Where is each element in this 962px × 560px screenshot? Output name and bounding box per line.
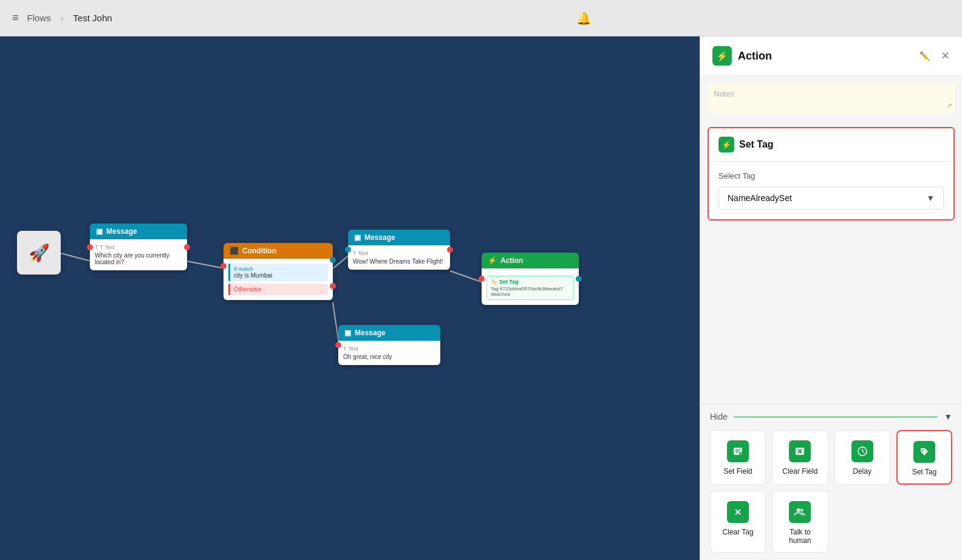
hide-header: Hide ▼ — [710, 412, 952, 422]
set-tag-card-title: Set Tag — [739, 139, 774, 150]
clear-tag-button[interactable]: Clear Tag — [710, 491, 766, 553]
connector-dot-right — [447, 247, 453, 253]
message-icon-2: ▣ — [354, 233, 361, 242]
msg2-text: Wow! Where Dreams Take Flight! — [353, 258, 445, 265]
message-node-3-header: Message — [355, 329, 386, 337]
hide-section: Hide ▼ Set Field Clear Field — [700, 404, 962, 560]
set-tag-card: ⚡ Set Tag Select Tag NameAlreadySet ▼ — [708, 127, 955, 220]
talk-to-human-icon — [789, 501, 811, 523]
set-tag-item-icon: 🏷️ — [491, 279, 497, 285]
connector-dot-left — [335, 342, 341, 348]
condition-node[interactable]: ⬛ Condition If match city is Mumbai Othe… — [223, 243, 333, 300]
right-panel: ⚡ Action ✏️ ✕ Notes ↗ ⚡ Set Tag Select T… — [700, 36, 962, 560]
svg-point-17 — [922, 449, 923, 451]
connector-dot-left — [220, 263, 227, 269]
connector-dot-right-if — [330, 257, 336, 263]
hide-label: Hide — [710, 412, 728, 422]
selected-tag-value: NameAlreadySet — [728, 193, 792, 203]
set-tag-item: 🏷️ Set Tag Tag 6723d4ba5570acfb38aeabd7A… — [486, 276, 574, 300]
message-node-2[interactable]: ▣ Message T Text Wow! Where Dreams Take … — [348, 230, 450, 270]
message-node-1[interactable]: ▣ Message T T Text Which city are you cu… — [90, 224, 187, 270]
flow-canvas[interactable]: 🚀 ▣ Message T T Text Which city are you … — [0, 36, 700, 560]
set-tag-card-body: Select Tag NameAlreadySet ▼ — [709, 162, 953, 219]
message-icon-3: ▣ — [344, 329, 351, 337]
set-tag-label: Set Tag — [912, 468, 936, 476]
hide-chevron-icon: ▼ — [944, 412, 952, 422]
topbar: ≡ Flows › Test John 🔔 — [0, 0, 962, 36]
set-tag-icon — [913, 441, 935, 463]
clear-tag-label: Clear Tag — [723, 528, 754, 536]
breadcrumb-chevron: › — [61, 13, 64, 23]
svg-line-0 — [61, 253, 91, 261]
actions-grid-row1: Set Field Clear Field Delay — [710, 430, 952, 485]
select-tag-label: Select Tag — [718, 171, 944, 180]
connector-dot-right-otherwise — [330, 283, 336, 289]
connector-dot-left — [479, 276, 485, 282]
hide-divider — [734, 417, 938, 417]
msg1-label: T Text — [100, 244, 115, 250]
delay-button[interactable]: Delay — [834, 430, 890, 485]
clear-tag-icon — [727, 501, 749, 523]
select-tag-dropdown[interactable]: NameAlreadySet ▼ — [718, 186, 944, 210]
page-title: Test John — [73, 13, 112, 23]
message-node-2-header: Message — [364, 233, 395, 242]
set-tag-card-header: ⚡ Set Tag — [709, 128, 953, 162]
action-node[interactable]: ⚡ Action 🏷️ Set Tag Tag 6723d4ba5570acfb… — [482, 253, 579, 305]
panel-header-icon: ⚡ — [712, 46, 732, 66]
if-match-label: If match — [234, 266, 324, 272]
edit-icon[interactable]: ✏️ — [919, 51, 930, 61]
set-tag-lightning-icon: ⚡ — [722, 140, 731, 149]
condition-toggle-icon: ⬛ — [230, 247, 239, 255]
set-tag-button[interactable]: Set Tag — [896, 430, 952, 485]
set-field-label: Set Field — [723, 467, 752, 476]
flows-link[interactable]: Flows — [27, 13, 51, 23]
set-tag-item-label: Set Tag — [499, 279, 519, 285]
dropdown-chevron-icon: ▼ — [926, 193, 935, 203]
svg-line-4 — [450, 271, 483, 282]
svg-line-1 — [187, 261, 225, 268]
main-layout: 🚀 ▣ Message T T Text Which city are you … — [0, 36, 962, 560]
action-icon: ⚡ — [488, 256, 497, 265]
start-node[interactable]: 🚀 — [17, 231, 61, 275]
delay-icon — [851, 440, 873, 462]
clear-field-icon — [789, 440, 811, 462]
svg-line-16 — [862, 451, 864, 452]
rocket-icon: 🚀 — [29, 243, 50, 263]
condition-city: city is Mumbai — [234, 272, 324, 279]
panel-header: ⚡ Action ✏️ ✕ — [700, 36, 962, 76]
resize-handle[interactable]: ↗ — [946, 101, 952, 110]
notes-area[interactable]: Notes ↗ — [708, 83, 955, 112]
msg3-text: Oh great, nice city — [343, 353, 435, 360]
actions-grid-row2: Clear Tag Talk to human — [710, 491, 952, 553]
svg-point-20 — [797, 508, 800, 512]
menu-icon[interactable]: ≡ — [12, 12, 19, 24]
svg-point-21 — [800, 509, 803, 512]
action-lightning-icon: ⚡ — [716, 50, 728, 62]
close-icon[interactable]: ✕ — [941, 49, 950, 63]
delay-label: Delay — [853, 467, 872, 476]
set-tag-item-text: Tag 6723d4ba5570acfb38aeabd7Attached — [491, 286, 570, 297]
set-field-button[interactable]: Set Field — [710, 430, 766, 485]
condition-if: If match city is Mumbai — [228, 264, 328, 281]
message-node-1-header: Message — [106, 227, 137, 236]
connector-dot-left — [345, 247, 351, 253]
message-node-3[interactable]: ▣ Message T Text Oh great, nice city — [338, 325, 440, 365]
action-node-header: Action — [500, 256, 523, 265]
connector-dot-right — [576, 276, 582, 282]
message-icon: ▣ — [96, 227, 103, 236]
clear-field-button[interactable]: Clear Field — [772, 430, 828, 485]
notes-placeholder: Notes — [714, 89, 734, 98]
set-tag-card-icon: ⚡ — [718, 137, 734, 152]
bell-icon[interactable]: 🔔 — [576, 11, 592, 26]
connector-dot-left — [87, 244, 93, 250]
talk-to-human-label: Talk to human — [777, 528, 822, 545]
clear-field-label: Clear Field — [782, 467, 817, 476]
condition-otherwise: Otherwise — [228, 284, 328, 295]
msg1-text: Which city are you currently located in? — [95, 252, 182, 265]
set-field-icon — [727, 440, 749, 462]
talk-to-human-button[interactable]: Talk to human — [772, 491, 828, 553]
panel-title: Action — [738, 50, 913, 63]
condition-node-header: Condition — [242, 247, 276, 255]
flow-connectors — [0, 36, 700, 560]
connector-dot-right — [184, 244, 190, 250]
